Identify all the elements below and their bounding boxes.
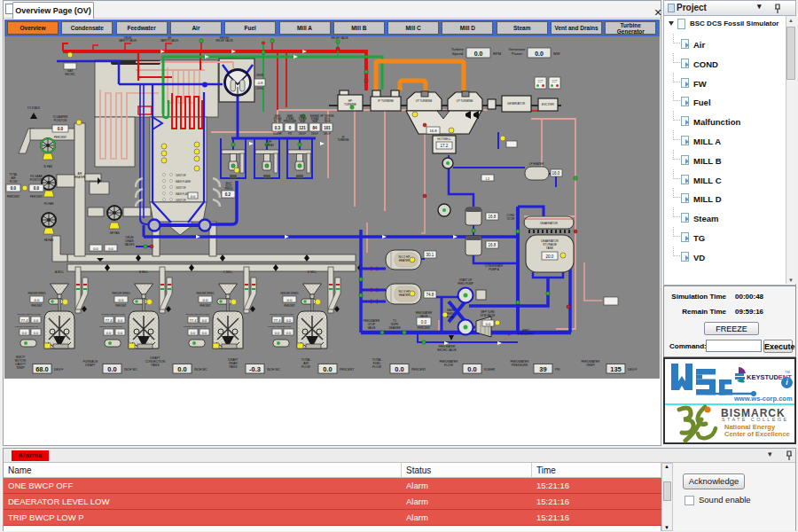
svg-text:PA FAN: PA FAN <box>44 239 53 242</box>
svg-text:DEG F: DEG F <box>324 132 331 136</box>
svg-text:135: 135 <box>610 365 622 373</box>
svg-text:FLOW: FLOW <box>10 180 18 184</box>
svg-text:-0.3: -0.3 <box>249 365 261 373</box>
svg-text:PSI: PSI <box>555 368 560 372</box>
svg-text:INCH WC: INCH WC <box>124 368 137 372</box>
svg-text:PERCENT: PERCENT <box>418 326 431 330</box>
svg-text:0.0: 0.0 <box>177 365 186 373</box>
svg-text:0.0: 0.0 <box>58 127 64 131</box>
svg-text:PERCENT: PERCENT <box>411 368 426 372</box>
svg-text:L1: L1 <box>486 176 490 181</box>
svg-text:B MILL: B MILL <box>139 270 148 274</box>
svg-text:SUPV: SUPV <box>552 81 558 82</box>
svg-text:INCH WC: INCH WC <box>267 368 280 372</box>
svg-text:STOR: STOR <box>507 217 515 221</box>
svg-text:PSI: PSI <box>288 132 292 136</box>
svg-text:39: 39 <box>539 365 546 373</box>
svg-text:GENERATOR: GENERATOR <box>507 102 526 106</box>
svg-text:SAFETY VALVE: SAFETY VALVE <box>119 39 137 43</box>
svg-text:16.0: 16.0 <box>552 171 560 176</box>
svg-text:PRESSURE: PRESSURE <box>284 120 297 123</box>
svg-text:PUMP: PUMP <box>447 316 455 319</box>
svg-text:0.0: 0.0 <box>421 320 427 325</box>
svg-text:DEAERATOR: DEAERATOR <box>540 222 558 225</box>
svg-text:VALVE: VALVE <box>367 326 375 330</box>
svg-text:DEG F: DEG F <box>311 132 318 136</box>
svg-text:HEATER: HEATER <box>399 293 411 297</box>
svg-text:DRAFT: DRAFT <box>85 364 95 367</box>
svg-text:FEED PUMP: FEED PUMP <box>458 282 473 286</box>
svg-text:84: 84 <box>312 126 317 130</box>
svg-text:STM SUPPLY: STM SUPPLY <box>518 332 535 336</box>
svg-text:0.0: 0.0 <box>474 51 483 57</box>
svg-text:TURBINE: TURBINE <box>337 138 348 142</box>
svg-text:Speed: Speed <box>452 51 464 56</box>
svg-text:ID FAN: ID FAN <box>43 165 52 168</box>
svg-text:0.2: 0.2 <box>225 192 231 197</box>
svg-text:FLOW: FLOW <box>274 120 281 123</box>
svg-text:DRAWER: DRAWER <box>388 326 401 330</box>
svg-text:0.0: 0.0 <box>107 365 116 373</box>
svg-text:D MILL: D MILL <box>308 270 317 274</box>
svg-text:EXCITER: EXCITER <box>542 103 555 106</box>
svg-text:HOTWELL: HOTWELL <box>437 137 451 141</box>
svg-text:KLB/HR: KLB/HR <box>273 132 281 136</box>
svg-text:0.0: 0.0 <box>486 322 491 326</box>
svg-text:TM: TM <box>785 370 790 374</box>
svg-text:RELIEF VALVE: RELIEF VALVE <box>331 36 348 40</box>
svg-text:FD FAN: FD FAN <box>44 202 54 206</box>
svg-text:30.1: 30.1 <box>426 253 434 257</box>
svg-text:PASS: PASS <box>152 364 160 367</box>
svg-text:0.0: 0.0 <box>11 186 17 191</box>
svg-text:RECIRC: RECIRC <box>65 73 75 76</box>
svg-text:SUPV: SUPV <box>538 81 544 82</box>
svg-text:101: 101 <box>324 126 331 130</box>
svg-text:SAFETY VALVE: SAFETY VALVE <box>160 39 178 43</box>
svg-text:POSITION: POSITION <box>54 119 66 122</box>
svg-text:STM VALVE: STM VALVE <box>481 314 495 317</box>
svg-text:PUMP A: PUMP A <box>489 268 498 271</box>
svg-text:16.8: 16.8 <box>429 129 437 133</box>
svg-text:DRUM: DRUM <box>256 74 264 77</box>
svg-text:FLOW: FLOW <box>372 365 382 369</box>
svg-text:A MILL: A MILL <box>55 270 64 274</box>
svg-text:PERCENT: PERCENT <box>7 195 20 199</box>
svg-text:TEMP: TEMP <box>324 120 330 123</box>
svg-text:RELIEF VALVE: RELIEF VALVE <box>215 39 232 43</box>
svg-text:LP HEATER: LP HEATER <box>529 162 544 166</box>
svg-text:PERCENT: PERCENT <box>30 195 43 199</box>
svg-text:DEG F: DEG F <box>299 132 306 136</box>
svg-text:0.0: 0.0 <box>108 246 113 251</box>
svg-text:74.8: 74.8 <box>426 293 434 297</box>
svg-text:TURBINE: TURBINE <box>344 103 356 106</box>
svg-text:0.0: 0.0 <box>395 365 403 373</box>
svg-text:0.0: 0.0 <box>323 365 332 373</box>
svg-text:17.2: 17.2 <box>441 144 449 148</box>
svg-text:IGNITOR: IGNITOR <box>176 186 186 190</box>
svg-text:VALVES: VALVES <box>124 243 134 246</box>
svg-text:20.0: 20.0 <box>546 254 554 259</box>
svg-text:HEATER: HEATER <box>74 176 86 179</box>
svg-text:PERCENT: PERCENT <box>54 136 67 139</box>
svg-text:0.0: 0.0 <box>467 365 476 373</box>
svg-text:Power: Power <box>512 51 522 56</box>
svg-text:0.0: 0.0 <box>191 194 196 199</box>
svg-text:POSITION: POSITION <box>30 178 43 182</box>
svg-text:121: 121 <box>299 126 306 130</box>
svg-text:TEMP: TEMP <box>299 120 305 123</box>
svg-text:PASS: PASS <box>230 365 239 369</box>
svg-text:PERCENT: PERCENT <box>340 368 354 372</box>
svg-text:16.8: 16.8 <box>489 243 497 247</box>
svg-text:IGNITOR: IGNITOR <box>176 199 186 202</box>
svg-text:PRESSURE: PRESSURE <box>512 364 528 367</box>
svg-text:LEVEL: LEVEL <box>256 87 264 90</box>
svg-text:0.0: 0.0 <box>93 246 98 251</box>
svg-text:HEATER: HEATER <box>399 259 411 262</box>
svg-text:0.3: 0.3 <box>275 126 281 130</box>
svg-text:INCH WC: INCH WC <box>194 368 207 372</box>
svg-text:IP TURBINE: IP TURBINE <box>378 99 394 103</box>
svg-text:TEMP: TEMP <box>586 364 595 367</box>
svg-text:MW: MW <box>553 51 559 56</box>
svg-text:TEMP: TEMP <box>311 120 317 123</box>
svg-text:0.0: 0.0 <box>34 186 40 191</box>
